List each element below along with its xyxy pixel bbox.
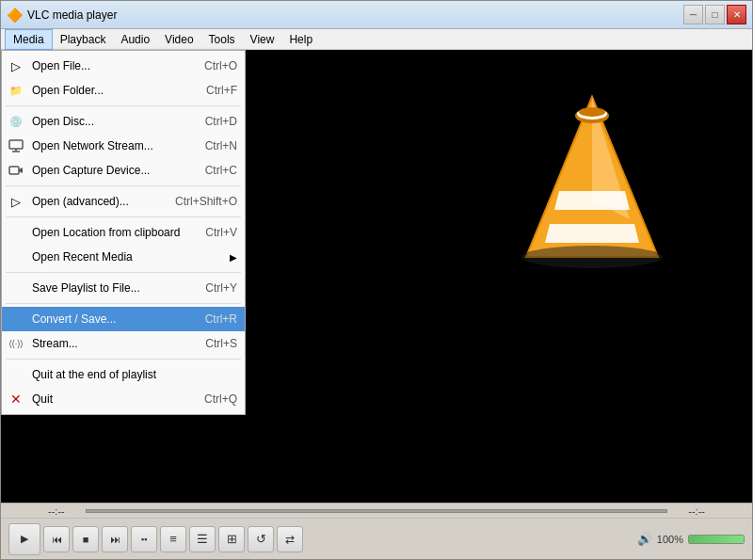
titlebar: 🔶 VLC media player ─ □ ✕: [1, 1, 752, 29]
next-button[interactable]: ⏭: [102, 526, 128, 552]
menu-open-network[interactable]: Open Network Stream... Ctrl+N: [2, 134, 245, 158]
volume-fill: [689, 536, 744, 543]
prev-icon: ⏮: [52, 534, 62, 545]
menu-media[interactable]: Media: [5, 29, 53, 50]
menu-stream[interactable]: ((·)) Stream... Ctrl+S: [2, 331, 245, 356]
progress-container: --:-- --:--: [1, 503, 752, 518]
menu-view[interactable]: View: [243, 29, 282, 50]
menu-video[interactable]: Video: [157, 29, 200, 50]
equalizer-button[interactable]: ≡: [160, 526, 186, 552]
svg-point-12: [579, 107, 605, 117]
main-window: 🔶 VLC media player ─ □ ✕ Media Playback …: [0, 0, 753, 560]
stream-icon: ((·)): [8, 335, 24, 352]
volume-icon: 🔊: [637, 532, 652, 546]
menu-open-advanced[interactable]: ▷ Open (advanced)... Ctrl+Shift+O: [2, 189, 245, 214]
frame-button[interactable]: ▪▪: [131, 526, 157, 552]
menu-quit-end[interactable]: Quit at the end of playlist: [2, 362, 245, 387]
open-network-icon: [8, 137, 24, 154]
open-advanced-icon: ▷: [8, 193, 24, 210]
separator-6: [6, 359, 241, 360]
next-icon: ⏭: [110, 534, 120, 545]
svg-marker-7: [554, 191, 630, 210]
separator-5: [6, 303, 241, 304]
open-disc-icon: 💿: [8, 113, 24, 130]
menu-open-disc[interactable]: 💿 Open Disc... Ctrl+D: [2, 109, 245, 134]
separator-1: [6, 105, 241, 106]
eq-icon: ≡: [169, 532, 177, 546]
menu-open-folder[interactable]: 📁 Open Folder... Ctrl+F: [2, 78, 245, 103]
menu-tools[interactable]: Tools: [201, 29, 243, 50]
window-controls: ─ □ ✕: [683, 5, 746, 24]
time-remaining: --:--: [667, 505, 705, 517]
close-button[interactable]: ✕: [727, 5, 746, 24]
minimize-button[interactable]: ─: [683, 5, 703, 24]
svg-rect-0: [9, 140, 23, 149]
play-icon: ▶: [21, 533, 28, 545]
open-folder-icon: 📁: [8, 82, 24, 99]
app-icon: 🔶: [7, 8, 22, 23]
stop-button[interactable]: ■: [72, 526, 99, 552]
frame-icon: ▪▪: [141, 535, 147, 544]
loop-icon: ↺: [256, 532, 266, 546]
svg-rect-3: [9, 167, 19, 174]
open-capture-icon: [8, 162, 24, 179]
stop-icon: ■: [83, 534, 89, 545]
menu-open-location[interactable]: Open Location from clipboard Ctrl+V: [2, 220, 245, 245]
menu-quit[interactable]: ✕ Quit Ctrl+Q: [2, 387, 245, 411]
open-file-icon: ▷: [8, 57, 24, 74]
separator-3: [6, 216, 241, 217]
shuffle-button[interactable]: ⇄: [277, 526, 303, 552]
volume-bar[interactable]: [688, 535, 745, 544]
controls-bar: ▶ ⏮ ■ ⏭ ▪▪ ≡ ☰ ⊞ ↺ ⇄ 🔊 100%: [1, 518, 752, 559]
svg-point-9: [521, 246, 663, 268]
loop-button[interactable]: ↺: [248, 526, 274, 552]
submenu-arrow: ▶: [230, 252, 237, 263]
menu-audio[interactable]: Audio: [113, 29, 157, 50]
menu-convert-save[interactable]: Convert / Save... Ctrl+R: [2, 307, 245, 331]
quit-icon: ✕: [8, 391, 24, 408]
menu-open-recent[interactable]: Open Recent Media ▶: [2, 245, 245, 269]
menu-help[interactable]: Help: [281, 29, 320, 50]
time-elapsed: --:--: [48, 505, 86, 517]
volume-area: 🔊 100%: [637, 532, 745, 546]
svg-marker-8: [545, 224, 639, 243]
playlist-icon: ☰: [197, 532, 208, 546]
extended-icon: ⊞: [227, 532, 237, 546]
menu-open-file[interactable]: ▷ Open File... Ctrl+O: [2, 54, 245, 78]
playlist-button[interactable]: ☰: [189, 526, 216, 552]
volume-percent: 100%: [657, 534, 683, 545]
menu-playback[interactable]: Playback: [53, 29, 114, 50]
separator-4: [6, 272, 241, 273]
media-dropdown: ▷ Open File... Ctrl+O 📁 Open Folder... C…: [1, 50, 246, 415]
vlc-cone: [507, 88, 677, 295]
shuffle-icon: ⇄: [285, 533, 295, 546]
progress-track[interactable]: [86, 509, 667, 513]
menu-save-playlist[interactable]: Save Playlist to File... Ctrl+Y: [2, 276, 245, 300]
window-title: VLC media player: [27, 8, 683, 22]
menu-open-capture[interactable]: Open Capture Device... Ctrl+C: [2, 158, 245, 183]
menubar: Media Playback Audio Video Tools View He…: [1, 29, 752, 50]
play-button[interactable]: ▶: [8, 523, 40, 555]
maximize-button[interactable]: □: [705, 5, 725, 24]
separator-2: [6, 185, 241, 186]
prev-button[interactable]: ⏮: [43, 526, 70, 552]
extended-button[interactable]: ⊞: [218, 526, 245, 552]
